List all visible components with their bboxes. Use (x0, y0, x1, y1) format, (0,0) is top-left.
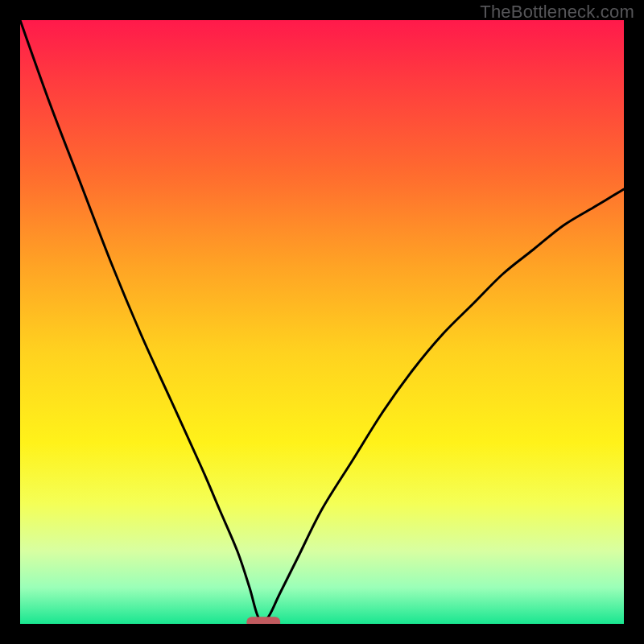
chart-frame: TheBottleneck.com (0, 0, 644, 644)
gradient-background (20, 20, 624, 624)
gradient-chart (20, 20, 624, 624)
plot-area (20, 20, 624, 624)
watermark-text: TheBottleneck.com (480, 2, 634, 23)
minimum-marker (246, 617, 280, 624)
